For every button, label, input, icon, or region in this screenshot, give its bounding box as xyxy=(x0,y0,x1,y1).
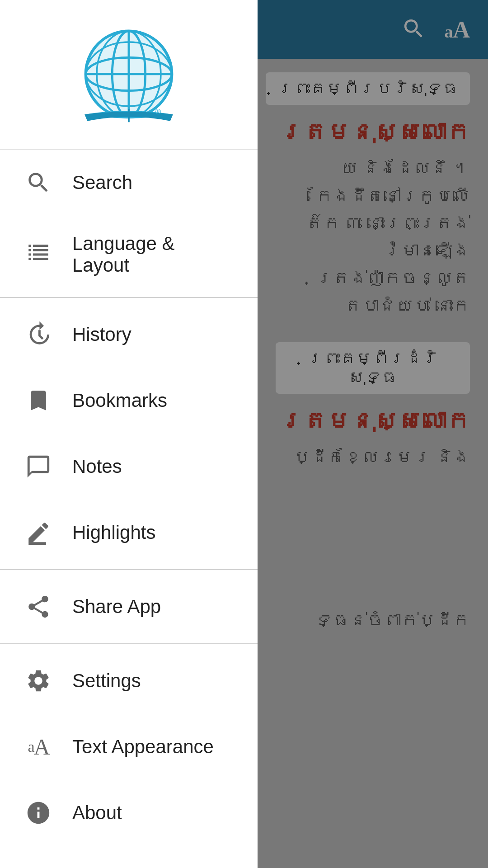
search-label: Search xyxy=(72,172,132,193)
notes-label: Notes xyxy=(72,456,122,477)
menu-item-text-appearance[interactable]: aA Text Appearance xyxy=(0,714,258,780)
history-icon xyxy=(23,319,54,350)
section-divider-2 xyxy=(0,569,258,570)
svg-point-7 xyxy=(86,31,172,118)
share-app-label: Share App xyxy=(72,596,161,618)
menu-item-about[interactable]: About xyxy=(0,780,258,846)
language-icon xyxy=(23,239,54,270)
bookmarks-label: Bookmarks xyxy=(72,390,167,411)
menu-item-notes[interactable]: Notes xyxy=(0,434,258,500)
section-divider-3 xyxy=(0,643,258,644)
settings-icon xyxy=(23,665,54,697)
highlights-icon xyxy=(23,517,54,548)
about-icon xyxy=(23,797,54,829)
logo-area: ® xyxy=(0,0,258,149)
globe-logo: ® xyxy=(66,27,192,127)
notes-icon xyxy=(23,451,54,482)
menu-item-highlights[interactable]: Highlights xyxy=(0,500,258,566)
language-layout-label: Language & Layout xyxy=(72,233,235,276)
settings-label: Settings xyxy=(72,670,141,692)
side-drawer: ® Search Language & Layout History Bookm… xyxy=(0,0,258,868)
text-appearance-icon: aA xyxy=(23,731,54,763)
text-appearance-label: Text Appearance xyxy=(72,736,214,758)
bookmark-icon xyxy=(23,385,54,416)
share-icon xyxy=(23,591,54,623)
menu-item-bookmarks[interactable]: Bookmarks xyxy=(0,368,258,434)
about-label: About xyxy=(72,802,122,824)
history-label: History xyxy=(72,324,131,345)
menu-item-search[interactable]: Search xyxy=(0,150,258,216)
menu-item-share-app[interactable]: Share App xyxy=(0,574,258,640)
section-divider-1 xyxy=(0,297,258,298)
search-icon xyxy=(23,167,54,198)
menu-item-language-layout[interactable]: Language & Layout xyxy=(0,216,258,293)
menu-item-settings[interactable]: Settings xyxy=(0,648,258,714)
svg-text:®: ® xyxy=(155,108,161,116)
menu-item-history[interactable]: History xyxy=(0,302,258,368)
highlights-label: Highlights xyxy=(72,522,155,543)
